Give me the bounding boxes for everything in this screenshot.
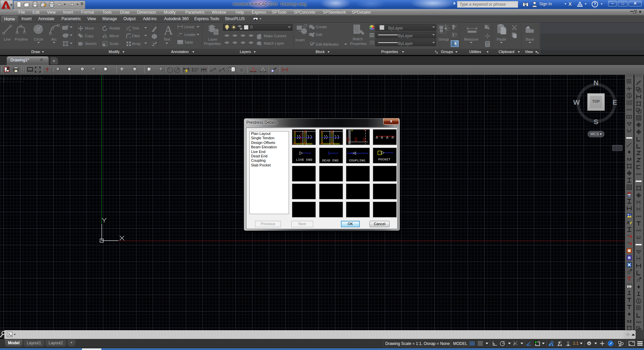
svg-text:POCKET: POCKET bbox=[378, 158, 391, 161]
svg-text:A: A bbox=[214, 67, 216, 70]
svg-text:LIVE END: LIVE END bbox=[296, 158, 312, 162]
svg-text:1: 1 bbox=[638, 299, 640, 303]
svg-text:1: 1 bbox=[232, 68, 234, 71]
svg-text:?: ? bbox=[46, 67, 49, 72]
svg-text:A: A bbox=[627, 220, 630, 225]
svg-text:COUPLING: COUPLING bbox=[349, 159, 365, 162]
svg-text:DEAD END: DEAD END bbox=[322, 159, 339, 162]
svg-text:1: 1 bbox=[629, 94, 631, 98]
svg-text:A: A bbox=[164, 23, 173, 36]
svg-text:A: A bbox=[223, 67, 225, 70]
